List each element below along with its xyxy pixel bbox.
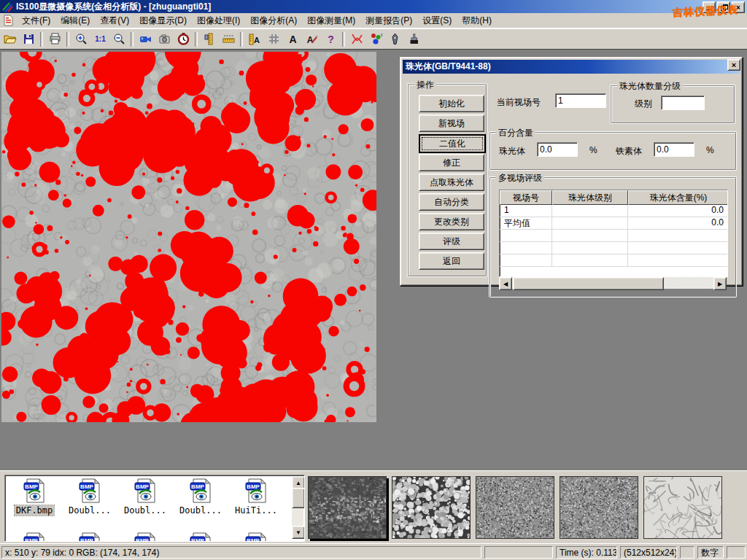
file-item[interactable]: BMPHuiTi... <box>230 478 282 516</box>
grid-cross-icon[interactable] <box>264 31 283 48</box>
brush-tool-icon[interactable] <box>404 31 423 48</box>
vscroll-thumb[interactable] <box>292 488 305 508</box>
op-button-8[interactable]: 评级 <box>419 233 484 250</box>
op-button-6[interactable]: 自动分类 <box>419 193 484 211</box>
menu-item-7[interactable]: 图像测量(M) <box>302 14 360 27</box>
file-list[interactable]: ▲ ▼ BMPDKF.bmpBMPDoubl...BMPDoubl...BMPD… <box>4 475 305 542</box>
file-name: Doubl... <box>123 505 168 516</box>
level-input[interactable] <box>661 96 705 110</box>
menu-item-4[interactable]: 图像显示(D) <box>134 14 192 27</box>
op-button-2[interactable]: 新视场 <box>419 114 484 132</box>
help-icon[interactable]: ? <box>321 31 340 48</box>
file-name: Doubl... <box>178 505 223 516</box>
menu-item-2[interactable]: 编辑(E) <box>55 14 95 27</box>
menu-item-5[interactable]: 图像处理(I) <box>192 14 245 27</box>
print-icon[interactable] <box>45 31 64 48</box>
document-icon[interactable] <box>2 15 14 26</box>
file-item-partial[interactable]: BMP <box>8 532 61 542</box>
thumbnail-image[interactable] <box>392 476 471 539</box>
file-item-partial[interactable]: BMP <box>63 532 116 542</box>
file-item[interactable]: BMPDoubl... <box>174 478 227 516</box>
table-row[interactable]: 10.0 <box>500 205 727 217</box>
measure-text-icon[interactable]: A <box>245 31 264 48</box>
scroll-left-icon[interactable]: ◀ <box>499 277 512 290</box>
text-edit-icon[interactable]: A <box>302 31 321 48</box>
file-item-partial[interactable]: BMP <box>230 532 282 542</box>
percent-group-label: 百分含量 <box>496 127 535 139</box>
status-mode: 数字 <box>697 546 724 559</box>
svg-text:BMP: BMP <box>80 537 93 542</box>
ferrite-unit: % <box>706 145 714 155</box>
menu-item-8[interactable]: 测量报告(P) <box>360 14 417 27</box>
zoom-in-icon[interactable] <box>71 31 90 48</box>
dialog-title-bar[interactable]: 珠光体(GB/T9441-88) <box>403 60 740 74</box>
open-file-icon[interactable] <box>0 31 19 48</box>
classify-balls-icon[interactable]: 3 <box>366 31 385 48</box>
thumbnail-image[interactable] <box>308 476 387 539</box>
table-cell: 1 <box>500 205 552 217</box>
thumbnail-image[interactable] <box>560 476 638 539</box>
menu-item-6[interactable]: 图像分析(A) <box>245 14 302 27</box>
curve-tool-icon[interactable] <box>347 31 366 48</box>
menu-item-3[interactable]: 查看(V) <box>95 14 134 27</box>
op-button-1[interactable]: 初始化 <box>419 95 484 112</box>
op-button-3[interactable]: 二值化 <box>419 134 486 153</box>
pen-tool-icon[interactable] <box>385 31 404 48</box>
bmp-file-icon: BMP <box>77 495 102 505</box>
pearlite-input[interactable] <box>537 142 578 157</box>
zoom-out-icon[interactable] <box>109 31 128 48</box>
current-field-input[interactable] <box>555 93 606 108</box>
table-cell <box>552 230 628 241</box>
table-column-header[interactable]: 珠光体含量(%) <box>628 190 728 205</box>
table-column-header[interactable]: 视场号 <box>500 190 552 205</box>
grading-group-label: 珠光体数量分级 <box>617 80 683 93</box>
filelist-vscrollbar[interactable]: ▲ ▼ <box>292 476 303 539</box>
current-field-label: 当前视场号 <box>497 96 541 109</box>
table-row[interactable] <box>500 254 727 267</box>
file-item[interactable]: BMPDoubl... <box>63 478 116 516</box>
timer-clock-icon[interactable] <box>174 31 193 48</box>
ferrite-input[interactable] <box>654 142 694 157</box>
table-cell <box>552 254 628 266</box>
table-row[interactable] <box>500 242 727 254</box>
op-button-7[interactable]: 更改类别 <box>419 213 484 230</box>
op-button-9[interactable]: 返回 <box>419 252 484 270</box>
op-button-5[interactable]: 点取珠光体 <box>419 174 484 191</box>
svg-text:BMP: BMP <box>80 483 93 490</box>
table-column-header[interactable]: 珠光体级别 <box>552 190 628 205</box>
file-item[interactable]: BMPDKF.bmp <box>8 478 61 516</box>
op-button-4[interactable]: 修正 <box>419 154 484 171</box>
file-item-partial[interactable]: BMP <box>174 532 227 542</box>
toolbar-separator <box>131 32 133 47</box>
percent-group: 百分含量 珠光体 % 铁素体 % <box>489 132 736 170</box>
table-row[interactable]: 平均值0.0 <box>500 217 727 230</box>
svg-text:BMP: BMP <box>247 537 260 542</box>
metallograph-image[interactable] <box>1 52 376 422</box>
dialog-close-icon[interactable]: × <box>727 59 740 71</box>
one-to-one-icon[interactable]: 1:1 <box>90 31 109 48</box>
grading-group: 珠光体数量分级 级别 <box>611 85 735 123</box>
table-row[interactable] <box>500 230 727 242</box>
multifield-table[interactable]: 视场号珠光体级别珠光体含量(%)铁素体含量(%)10.0平均值0.0 <box>499 190 728 277</box>
menu-item-1[interactable]: 文件(F) <box>17 14 55 27</box>
svg-text:?: ? <box>328 34 334 45</box>
scroll-right-icon[interactable]: ▶ <box>713 277 727 290</box>
table-hscrollbar[interactable]: ◀ ▶ <box>499 277 727 289</box>
scroll-down-icon[interactable]: ▼ <box>292 526 305 539</box>
thumbnail-image[interactable] <box>476 476 554 539</box>
table-cell: 0.0 <box>628 205 728 217</box>
video-camera-icon[interactable] <box>136 31 155 48</box>
ruler-horizontal-icon[interactable] <box>219 31 238 48</box>
file-item-partial[interactable]: BMP <box>119 532 171 542</box>
caliper-vertical-icon[interactable] <box>200 31 219 48</box>
svg-text:BMP: BMP <box>136 483 149 490</box>
save-file-icon[interactable] <box>19 31 38 48</box>
photo-camera-icon[interactable] <box>155 31 174 48</box>
menu-item-9[interactable]: 设置(S) <box>417 14 457 27</box>
text-a-icon[interactable]: A <box>283 31 302 48</box>
menu-item-10[interactable]: 帮助(H) <box>457 14 497 27</box>
svg-text:BMP: BMP <box>247 483 260 490</box>
thumbnail-image[interactable] <box>643 476 722 539</box>
hscroll-thumb[interactable] <box>513 277 664 290</box>
file-item[interactable]: BMPDoubl... <box>119 478 171 516</box>
